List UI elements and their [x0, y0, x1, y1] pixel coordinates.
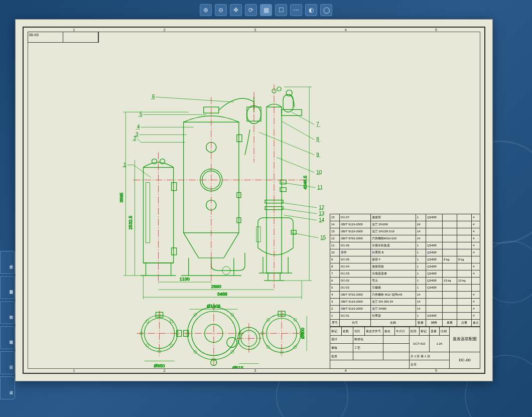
bom-row: 11DC-06冷凝水收集器1Q345R4 [330, 242, 480, 249]
side-tab-0[interactable]: 标注尺寸 [0, 251, 15, 274]
svg-line-115 [137, 138, 141, 142]
bom-cell: 8 [330, 263, 340, 270]
zoom-in-icon[interactable]: ⊕ [200, 4, 212, 16]
callout-number-6: 6 [152, 94, 155, 99]
border-tick-bottom: 3 [254, 368, 256, 373]
bom-cell: 4 [472, 235, 480, 242]
dim-d1: Ø650 [154, 363, 165, 368]
dim-w2: 2690 [211, 284, 221, 289]
bom-cell [426, 292, 442, 299]
bom-cell [442, 299, 457, 306]
bom-cell: GB/T 9119-2000 [339, 299, 370, 306]
tb-changefile: 更改文件号 [365, 327, 383, 336]
zoom-out-icon[interactable]: ⊖ [215, 4, 227, 16]
svg-line-119 [156, 97, 234, 102]
callout-number-4: 4 [137, 124, 140, 129]
bom-cell: 11 [330, 242, 340, 249]
help-icon[interactable]: ◯ [320, 4, 332, 16]
top-toolbar: ⊕⊖✥⟳▦☐⋯◐◯ [200, 4, 332, 16]
tb-stage: 阶段 [409, 327, 419, 336]
bom-row: 15DC-07连接管1Q345R4 [330, 214, 480, 221]
callout-number-9: 9 [316, 152, 319, 158]
bom-cell: 15 [330, 214, 340, 221]
tb-sign: 签名 [383, 327, 394, 336]
callout-number-7: 7 [316, 121, 319, 127]
dim-icon[interactable]: ⋯ [290, 4, 302, 16]
bom-cell [472, 256, 480, 263]
dim-w3: 3488 [217, 292, 227, 297]
bom-cell: DC-05 [339, 256, 370, 263]
bom-row: 8DC-04连接管路1Q345R4 [330, 263, 480, 270]
tb-project-name: 蒸发器装配图 [449, 327, 480, 352]
bom-cell [442, 235, 457, 242]
side-tab-4[interactable]: 返回 [0, 351, 15, 374]
callout-number-13: 13 [319, 211, 325, 216]
bom-cell: Q345R [426, 249, 442, 256]
bom-cell [457, 299, 471, 306]
tb-mark: 标记 [330, 327, 342, 336]
bom-cell: 1 [416, 313, 426, 320]
bom-cell: 8 kg [457, 256, 471, 263]
bom-cell: 4 [472, 299, 480, 306]
tb-process: 工艺 [353, 344, 383, 352]
callout-number-10: 10 [316, 170, 322, 175]
layers-icon[interactable]: ▦ [260, 4, 272, 16]
side-tab-3[interactable]: 图纸管理 [0, 326, 15, 349]
bom-row: 14GB/T 9119-2000法兰 DN200244 [330, 221, 480, 228]
bom-cell: 连接管路 [370, 263, 416, 270]
bom-cell: 法兰 DN200 [370, 221, 416, 228]
bom-cell: 4 [472, 214, 480, 221]
bom-cell: 1 [416, 256, 426, 263]
bom-cell: 1 [416, 277, 426, 285]
svg-rect-36 [256, 227, 260, 242]
bom-cell: 六角螺栓 M12 说明x45 [370, 292, 416, 299]
bom-header-cell: 单重 [442, 320, 457, 327]
bom-cell: 1 [416, 263, 426, 270]
bom-row: 3GB/T 9119-2000法兰 DN 350 24144 [330, 299, 480, 306]
tb-mass: 质量 [429, 327, 439, 336]
drawing-sheet: 00-X0 1122334455 [15, 19, 493, 381]
bom-cell: 12 [330, 235, 340, 242]
bom-cell: 4 [472, 292, 480, 299]
bom-cell [472, 277, 480, 285]
bom-cell: Q345R [426, 270, 442, 277]
bom-cell: 9 [330, 256, 340, 263]
svg-line-120 [292, 112, 314, 124]
svg-line-123 [277, 158, 314, 173]
print-icon[interactable]: ☐ [275, 4, 287, 16]
callout-number-15: 15 [320, 235, 326, 240]
settings-icon[interactable]: ◐ [305, 4, 317, 16]
bom-cell: DC-06 [339, 242, 370, 249]
bom-cell: Q345R [426, 277, 442, 285]
side-tab-1[interactable]: 绘图图层设置 [0, 276, 15, 299]
bom-cell [457, 263, 471, 270]
side-tab-2[interactable]: 打印设置 [0, 301, 15, 324]
bom-cell: Q345R [426, 313, 442, 320]
bom-cell: 14 [416, 228, 426, 235]
bom-cell: 1 [330, 313, 340, 320]
bom-cell: 7 [330, 270, 340, 277]
bom-cell: 3 [330, 299, 340, 306]
bom-cell: DC-02 [339, 285, 370, 292]
bom-cell [426, 221, 442, 228]
bom-header-cell: 序号 [330, 320, 340, 327]
bom-cell: 14 [416, 292, 426, 299]
border-tick-bottom: 4 [344, 368, 346, 373]
bom-cell [457, 292, 471, 299]
svg-point-31 [286, 90, 292, 96]
bom-cell [426, 235, 442, 242]
bom-cell: 接管 F [370, 256, 416, 263]
refresh-icon[interactable]: ⟳ [245, 4, 257, 16]
bom-cell: 连接管 [370, 214, 416, 221]
bom-cell: 1 [416, 214, 426, 221]
side-tab-5[interactable]: 退出 [0, 376, 15, 399]
pan-icon[interactable]: ✥ [230, 4, 242, 16]
bom-row: 13GB/T 9119-2000法兰 DN150 D19144 [330, 228, 480, 235]
bom-header-cell: 名称 [370, 320, 416, 327]
bom-cell: 4 [472, 263, 480, 270]
bom-cell [457, 249, 471, 256]
svg-rect-9 [146, 183, 150, 243]
bom-cell: 1 [416, 285, 426, 292]
bom-cell: DC-03 [339, 270, 370, 277]
bom-cell [457, 242, 471, 249]
